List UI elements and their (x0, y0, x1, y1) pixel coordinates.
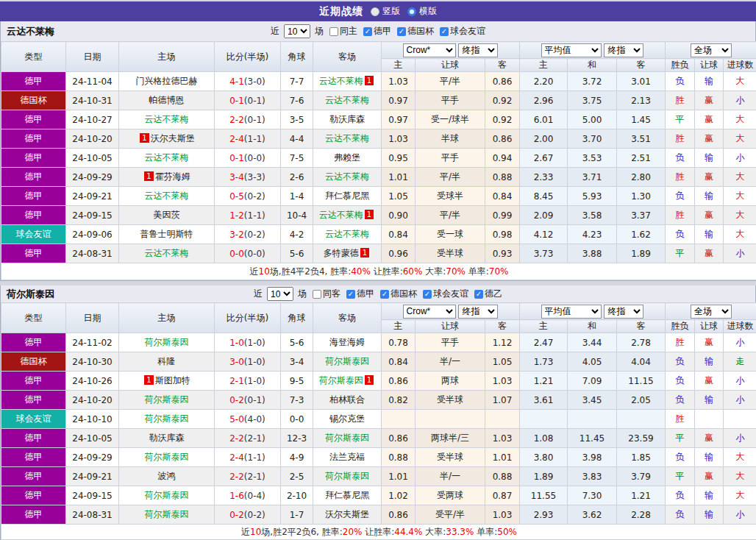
odds-home: 0.96 (382, 244, 416, 263)
red-card-badge: 1 (365, 76, 374, 85)
avg-stage-select[interactable]: 终指 (604, 43, 643, 57)
avg-source-select[interactable]: 平均值 (541, 43, 602, 57)
avg-source-select[interactable]: 平均值 (541, 305, 602, 319)
home-cell: 1斯图加特 (119, 372, 215, 391)
odds-home: 0.97 (382, 110, 416, 129)
odds-away: 0.86 (485, 129, 520, 149)
score-cell: 3-2(0-2) (215, 225, 281, 244)
red-card-badge: 1 (144, 375, 153, 385)
same-side-checkbox[interactable] (329, 27, 338, 36)
radio-vertical-label: 竖版 (382, 5, 400, 18)
home-cell: 荷尔斯泰因 (119, 486, 215, 505)
date-cell: 24-10-31 (66, 91, 119, 110)
home-team-name: 沃尔夫斯堡 (151, 133, 195, 143)
avg-stage-select[interactable]: 终指 (604, 305, 643, 319)
league-checkbox[interactable]: ✓ (380, 290, 389, 299)
avg-home: 2.09 (520, 206, 568, 225)
avg-away: 1.85 (617, 448, 666, 467)
result-handicap: 赢 (695, 429, 724, 448)
match-count-select[interactable]: 10 (267, 287, 293, 301)
result-goals: 小 (724, 372, 756, 391)
league-filter-德国杯[interactable]: ✓德国杯 (397, 25, 434, 38)
home-team-name: 波鸿 (158, 471, 176, 481)
match-row: 德甲 24-10-05 勒沃库森 2-2(2-1) 12-3 荷尔斯泰因 0.8… (1, 429, 756, 448)
away-cell: 云达不莱梅 (313, 225, 382, 244)
same-side-checkbox[interactable] (313, 290, 321, 299)
league-filter-德国杯[interactable]: ✓德国杯 (380, 288, 417, 300)
match-row: 德甲 24-09-21 云达不莱梅 0-5(0-2) 1-4 拜仁慕尼黑 1.0… (1, 187, 756, 206)
odds-away: 0.94 (485, 149, 520, 168)
corner-cell: 2-5 (281, 467, 313, 486)
odds-home: 0.86 (382, 505, 416, 525)
league-checkbox[interactable]: ✓ (363, 27, 372, 36)
result-handicap: 输 (695, 72, 724, 91)
league-checkbox[interactable]: ✓ (423, 290, 432, 299)
odds-stage-select[interactable]: 终指 (458, 43, 498, 57)
score-cell: 3-4(3-3) (215, 168, 281, 187)
radio-vertical-icon[interactable] (371, 7, 379, 16)
date-cell: 24-11-02 (66, 333, 119, 352)
result-winloss: 胜 (666, 168, 695, 187)
date-cell: 24-10-20 (66, 129, 119, 149)
odds-handicap: 受一/球半 (416, 110, 485, 129)
home-cell: 波鸿 (119, 467, 215, 486)
league-filter-德乙[interactable]: ✓德乙 (474, 288, 502, 300)
league-filter-球会友谊[interactable]: ✓球会友谊 (423, 288, 468, 300)
view-option-vertical[interactable]: 竖版 (371, 5, 400, 18)
home-cell: 普鲁士明斯特 (119, 225, 215, 244)
result-winloss: 负 (666, 505, 695, 525)
date-cell: 24-10-27 (66, 110, 119, 129)
view-option-horizontal[interactable]: 横版 (407, 5, 437, 18)
result-handicap: 输 (695, 505, 724, 525)
period-select[interactable]: 全场 (691, 305, 732, 319)
red-card-badge: 1 (365, 210, 374, 219)
match-count-select[interactable]: 10 (284, 24, 310, 38)
odds-away: 0.92 (485, 91, 520, 110)
result-winloss: 负 (666, 352, 695, 372)
result-handicap: 输 (695, 352, 724, 372)
league-badge: 球会友谊 (1, 410, 66, 429)
away-team-name: 沃尔夫斯堡 (325, 509, 369, 519)
home-cell: 荷尔斯泰因 (119, 448, 215, 467)
same-side-filter[interactable]: 同客 (313, 288, 340, 300)
avg-away: 1.62 (617, 225, 666, 244)
results-table: 类型日期主场比分(半场)角球客场Crow* 终指平均值 终指全场主让球客主和客胜… (1, 41, 756, 280)
league-checkbox[interactable]: ✓ (346, 290, 355, 299)
away-team-name: 荷尔斯泰因 (325, 433, 369, 443)
league-checkbox[interactable]: ✓ (397, 27, 406, 36)
home-team-name: 荷尔斯泰因 (145, 490, 189, 500)
column-header: 角球 (281, 42, 313, 72)
corner-cell: 4-2 (281, 225, 313, 244)
period-select[interactable]: 全场 (691, 43, 732, 57)
match-row: 德甲 24-10-20 1沃尔夫斯堡 2-4(1-1) 4-4 云达不莱梅 1.… (1, 129, 756, 149)
radio-horizontal-icon[interactable] (407, 7, 416, 16)
result-winloss: 负 (666, 448, 695, 467)
corner-cell: 7-3 (281, 391, 313, 410)
league-filter-德甲[interactable]: ✓德甲 (346, 288, 374, 300)
league-filter-德甲[interactable]: ✓德甲 (363, 25, 391, 38)
result-goals: 大 (724, 225, 756, 244)
date-cell: 24-10-05 (66, 429, 119, 448)
corner-cell: 4-4 (281, 129, 313, 149)
red-card-badge: 1 (365, 375, 374, 385)
same-side-filter[interactable]: 同主 (329, 25, 357, 38)
league-badge: 德甲 (1, 168, 66, 187)
league-checkbox[interactable]: ✓ (440, 27, 449, 36)
team-name: 荷尔斯泰因 (7, 288, 54, 301)
odds-company-select[interactable]: Crow* (403, 43, 456, 57)
summary-row: 近10场,胜4平2负4, 胜率:40% 让胜率:60% 大率:70% 单率:70… (1, 263, 756, 280)
odds-stage-select[interactable]: 终指 (458, 305, 498, 319)
league-filter-球会友谊[interactable]: ✓球会友谊 (440, 25, 485, 38)
corner-cell: 5-6 (281, 333, 313, 352)
odds-handicap (416, 410, 485, 429)
odds-company-select[interactable]: Crow* (403, 305, 456, 319)
home-team-name: 霍芬海姆 (155, 171, 190, 182)
league-badge: 德甲 (1, 505, 66, 525)
score-cell: 0-2(0-2) (215, 505, 281, 525)
score-cell: 2-2(2-1) (215, 429, 281, 448)
away-cell: 云达不莱梅 (313, 91, 382, 110)
away-cell: 勒沃库森 (313, 110, 382, 129)
league-checkbox[interactable]: ✓ (474, 290, 483, 299)
away-cell: 法兰克福 (313, 448, 382, 467)
match-row: 德甲 24-09-29 荷尔斯泰因 2-4(1-1) 4-9 法兰克福 0.88… (1, 448, 756, 467)
